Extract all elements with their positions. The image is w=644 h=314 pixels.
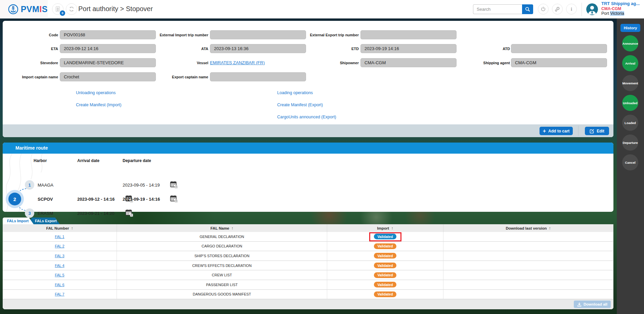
add-to-cart-button[interactable]: + Add to cart	[540, 127, 573, 135]
field-export-captain-name[interactable]	[210, 72, 306, 81]
person-icon	[586, 3, 598, 15]
fal-download-cell	[443, 251, 613, 261]
edit-icon	[590, 129, 594, 133]
edit-button[interactable]: Edit	[585, 127, 609, 135]
field-shipowner[interactable]	[360, 58, 457, 67]
calendar-icon[interactable]: *	[170, 195, 178, 203]
fal-import-status-cell: Validated	[327, 242, 443, 251]
column-header-fal-number[interactable]: FAL Number↑	[3, 224, 117, 232]
fal-download-cell	[443, 290, 613, 300]
operation-link-create-manifest-export-[interactable]: Create Manifest (Export)	[277, 103, 323, 107]
status-badge[interactable]: Validated	[374, 282, 396, 287]
status-badge[interactable]: Validated	[374, 272, 396, 278]
status-badge-departure[interactable]: Departure	[622, 134, 638, 151]
status-badge[interactable]: Validated	[374, 253, 396, 259]
harbor-name: ERASM	[38, 211, 53, 216]
download-all-button[interactable]: Download all	[574, 301, 611, 308]
cart-documents-button[interactable]: 0	[52, 3, 63, 15]
fal-number-cell: FAL 5	[3, 270, 117, 280]
fal-download-cell	[443, 242, 613, 251]
arrival-date: 2023-09-12 - 14:16	[77, 197, 115, 202]
operation-link-cargounits-announced-export-[interactable]: CargoUnits announced (Export)	[277, 115, 336, 119]
sort-ascending-icon: ↑	[231, 226, 233, 231]
logout-button[interactable]	[538, 4, 549, 14]
status-badge-cancel[interactable]: Cancel	[622, 154, 638, 170]
field-label-atd: ATD	[443, 47, 510, 51]
calendar-icon[interactable]: *	[170, 181, 178, 189]
column-header-label: Download last version	[506, 226, 547, 230]
fal-download-cell	[443, 261, 613, 271]
search-input[interactable]	[473, 4, 522, 14]
fal-number-link[interactable]: FAL 6	[55, 283, 64, 287]
search-button[interactable]	[522, 4, 533, 14]
fal-number-link[interactable]: FAL 3	[55, 254, 64, 258]
maritime-route-title: Maritime route	[3, 143, 613, 154]
field-label-shipping-agent: Shipping agent	[443, 61, 510, 65]
operation-link-unloading-operations[interactable]: Unloading operations	[76, 90, 116, 95]
user-company: CMA-CGM	[601, 6, 640, 11]
field-etd[interactable]	[360, 44, 457, 53]
history-button[interactable]: History	[620, 24, 640, 32]
column-header-harbor: Harbor	[34, 158, 47, 163]
avatar[interactable]	[586, 3, 598, 15]
settings-button[interactable]	[552, 4, 563, 14]
status-badge[interactable]: Validated	[374, 263, 396, 268]
user-name[interactable]: TRT Shipping ag...	[601, 1, 640, 6]
column-header-download-last-version[interactable]: Download last version↑	[443, 224, 613, 232]
field-shipping-agent[interactable]	[511, 58, 607, 67]
fal-name-cell: SHIP'S STORES DECLARATION	[117, 251, 327, 261]
tab-fals-import[interactable]: FALs Import	[3, 218, 34, 224]
operation-link-loading-operations[interactable]: Loading operations	[277, 90, 313, 95]
top-bar: PVMIS 0 Port authority > Stopover	[0, 0, 644, 18]
logo-text: PVMIS	[21, 4, 48, 14]
operation-link-create-manifest-import-[interactable]: Create Manifest (Import)	[76, 103, 121, 107]
column-header-fal-name[interactable]: FAL Name↑	[117, 224, 327, 232]
header-divider	[582, 3, 582, 16]
fal-name-cell: CARGO DECLARATION	[117, 242, 327, 251]
app-logo[interactable]: PVMIS	[0, 0, 48, 18]
field-label-shipowner: Shipowner	[292, 61, 359, 65]
fal-import-status-cell: Validated	[327, 290, 443, 300]
field-atd[interactable]	[511, 44, 607, 53]
column-header-import[interactable]: Import↑	[327, 224, 443, 232]
fal-number-link[interactable]: FAL 4	[55, 264, 64, 268]
status-badge-unloaded[interactable]: Unloaded	[622, 95, 638, 111]
fal-number-link[interactable]: FAL 1	[55, 235, 64, 239]
status-badge[interactable]: Validated	[374, 243, 396, 249]
selected-text: Victoria	[610, 11, 624, 16]
calendar-icon[interactable]: *	[125, 209, 134, 217]
fal-number-link[interactable]: FAL 2	[55, 244, 64, 248]
field-label-external-import-trip-number: External Import trip number	[141, 33, 208, 37]
status-badge-arrival[interactable]: Arrival	[622, 55, 638, 71]
departure-date: 2023-09-19 - 14:16	[123, 197, 160, 202]
route-stop-number: 3	[25, 208, 34, 218]
fal-number-cell: FAL 3	[3, 251, 117, 261]
status-badge[interactable]: Validated	[374, 291, 396, 297]
status-badge-movement[interactable]: Movement	[622, 75, 638, 91]
field-label-eta: ETA	[0, 47, 58, 51]
sort-ascending-icon: ↑	[71, 226, 73, 231]
column-header-label: Import	[377, 226, 389, 230]
info-icon: i	[571, 6, 572, 12]
fal-download-cell	[443, 280, 613, 290]
anchor-logo-icon	[8, 4, 18, 14]
column-header-departure: Departure date	[123, 158, 151, 163]
actions-divider	[578, 126, 578, 136]
svg-text:*: *	[176, 186, 177, 189]
stopover-actions-band: + Add to cart Edit	[3, 124, 613, 137]
field-external-export-trip-number[interactable]	[360, 30, 457, 39]
vessel-link[interactable]: EMIRATES ZANZIBAR (FR)	[210, 60, 265, 65]
sort-ascending-icon: ↑	[549, 226, 551, 231]
fal-number-link[interactable]: FAL 5	[55, 273, 64, 277]
field-label-ata: ATA	[141, 47, 208, 51]
maritime-route-card: Maritime route HarborArrival dateDepartu…	[3, 143, 613, 212]
status-badge[interactable]: Validated	[374, 234, 396, 239]
status-badge-loaded[interactable]: Loaded	[622, 115, 638, 131]
harbor-name: SCPOV	[38, 197, 53, 202]
sort-ascending-icon: ↑	[391, 226, 393, 231]
refresh-button[interactable]	[66, 3, 77, 15]
fal-number-link[interactable]: FAL 7	[55, 292, 64, 296]
departure-date: 2023-09-05 - 14:19	[123, 183, 160, 188]
info-button[interactable]: i	[566, 4, 577, 14]
status-badge-announce[interactable]: Announce	[622, 35, 638, 51]
